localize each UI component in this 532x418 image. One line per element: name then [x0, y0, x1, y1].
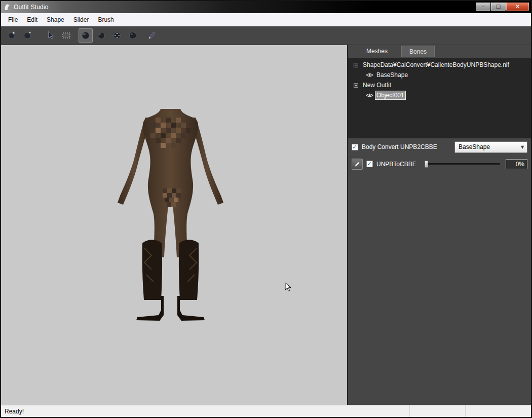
status-cell-1: [409, 405, 465, 417]
move-brush-tool-button[interactable]: [110, 28, 124, 43]
edit-slider-button[interactable]: [352, 159, 363, 170]
body-convert-checkbox[interactable]: [352, 144, 358, 150]
body-convert-row: Body Convert UNPB2CBBE BaseShape ▼: [348, 139, 531, 155]
slider-row-unpbtocbbe: UNPBToCBBE 0%: [348, 156, 531, 171]
inflate-mask-brush-tool-button[interactable]: [20, 28, 34, 43]
menubar: File Edit Shape Slider Brush: [1, 13, 531, 26]
inflate-brush-tool-button[interactable]: [79, 28, 93, 43]
mouse-cursor: [285, 282, 292, 292]
tree-row-baseshape[interactable]: BaseShape: [348, 70, 531, 80]
tab-bones[interactable]: Bones: [401, 46, 435, 57]
slider-enable-checkbox[interactable]: [366, 161, 373, 167]
tree-item-label-selected: Object001: [375, 91, 405, 99]
tree-item-label: BaseShape: [375, 71, 409, 79]
left-boot: [136, 240, 164, 321]
panel-tabs: Meshes Bones: [348, 46, 531, 57]
body-convert-label: Body Convert UNPB2CBBE: [362, 143, 437, 150]
weight-brush-tool-button[interactable]: [145, 28, 159, 43]
deflate-brush-tool-button[interactable]: [94, 28, 108, 43]
dropdown-value: BaseShape: [459, 143, 490, 150]
tree-row-new-outfit[interactable]: New Outfit: [348, 80, 531, 90]
slider-handle[interactable]: [425, 161, 428, 168]
collapse-icon[interactable]: [354, 63, 358, 67]
status-cell-2: [465, 405, 531, 417]
tab-meshes[interactable]: Meshes: [359, 46, 395, 57]
right-boot: [177, 240, 205, 321]
panel-empty-space: [348, 171, 531, 405]
eye-visibility-icon[interactable]: [366, 72, 373, 78]
smooth-brush-tool-button[interactable]: [126, 28, 140, 43]
titlebar[interactable]: Outfit Studio – □ ×: [1, 1, 531, 13]
meshes-tree: ShapeData¥CalConvert¥CalienteBodyUNPBSha…: [348, 58, 531, 138]
close-button[interactable]: ×: [506, 3, 529, 11]
viewport-3d[interactable]: [1, 45, 347, 405]
tree-item-label: New Outfit: [362, 81, 392, 89]
outfit-studio-window: Outfit Studio – □ × File Edit Shape Slid…: [0, 0, 532, 418]
status-text: Ready!: [1, 408, 409, 415]
toolbar: [1, 26, 531, 45]
chevron-down-icon: ▼: [518, 145, 527, 149]
statusbar: Ready!: [1, 405, 531, 417]
slider-track[interactable]: [425, 163, 500, 165]
app-icon[interactable]: [3, 3, 11, 11]
collapse-icon[interactable]: [354, 83, 358, 88]
select-tool-button[interactable]: [44, 28, 58, 43]
marquee-select-tool-button[interactable]: [59, 28, 73, 43]
menu-slider[interactable]: Slider: [69, 14, 94, 25]
body-mesh-figure: [116, 107, 225, 325]
base-shape-dropdown[interactable]: BaseShape ▼: [454, 141, 527, 153]
slider-name-label: UNPBToCBBE: [376, 161, 419, 168]
eye-visibility-icon[interactable]: [366, 93, 373, 98]
slider-value-box[interactable]: 0%: [506, 159, 527, 169]
right-panel: Meshes Bones ShapeData¥CalConvert¥Calien…: [347, 45, 531, 405]
menu-edit[interactable]: Edit: [22, 14, 42, 25]
minimize-button[interactable]: –: [476, 3, 490, 11]
main-area: Meshes Bones ShapeData¥CalConvert¥Calien…: [1, 45, 531, 405]
maximize-button[interactable]: □: [491, 3, 506, 11]
mask-brush-tool-button[interactable]: [5, 28, 19, 43]
window-title: Outfit Studio: [14, 4, 49, 11]
menu-file[interactable]: File: [4, 14, 22, 25]
pencil-icon: [354, 161, 360, 167]
tree-row-reference-nif[interactable]: ShapeData¥CalConvert¥CalienteBodyUNPBSha…: [348, 60, 531, 70]
tree-row-object001[interactable]: Object001: [348, 90, 531, 100]
menu-brush[interactable]: Brush: [93, 14, 118, 25]
tree-item-label: ShapeData¥CalConvert¥CalienteBodyUNPBSha…: [362, 61, 510, 69]
menu-shape[interactable]: Shape: [42, 14, 69, 25]
